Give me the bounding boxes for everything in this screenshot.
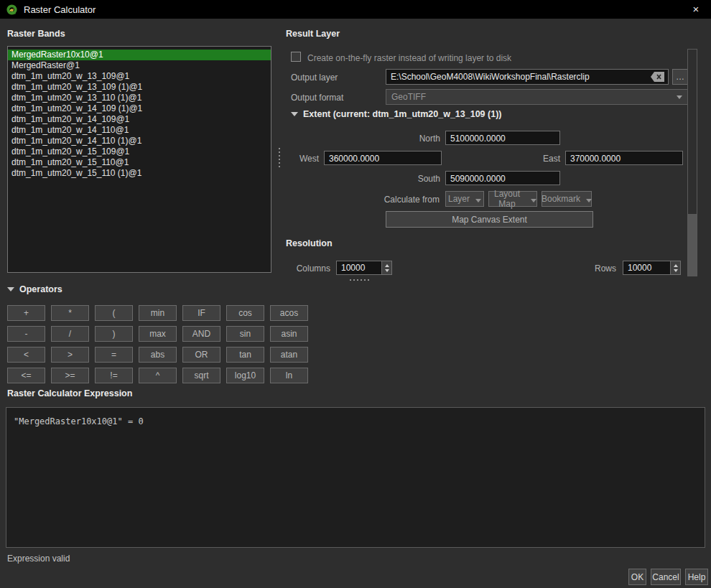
operators-group-header[interactable]: Operators — [7, 284, 62, 294]
operator-button[interactable]: acos — [270, 305, 308, 321]
chevron-down-icon — [531, 199, 536, 202]
south-label: South — [397, 174, 440, 184]
expression-status: Expression valid — [7, 554, 70, 564]
operator-button[interactable]: >= — [51, 368, 89, 383]
title-bar: Raster Calculator × — [0, 0, 711, 19]
operator-button[interactable]: = — [95, 347, 133, 363]
calc-from-layer-button[interactable]: Layer — [445, 191, 484, 207]
operator-button[interactable]: sqrt — [182, 368, 220, 383]
list-item[interactable]: dtm_1m_utm20_w_14_110 (1)@1 — [8, 136, 271, 146]
operator-button[interactable]: abs — [139, 347, 177, 363]
qgis-logo-icon — [6, 4, 18, 16]
spinner-arrows-icon[interactable] — [670, 261, 680, 274]
operator-button[interactable]: tan — [226, 347, 264, 363]
calc-from-bookmark-button[interactable]: Bookmark — [542, 191, 592, 207]
west-input[interactable]: 360000.0000 — [324, 151, 442, 165]
operator-button[interactable]: < — [7, 347, 45, 363]
output-format-label: Output format — [291, 93, 343, 103]
columns-stepper[interactable]: 10000 — [336, 261, 392, 275]
list-item[interactable]: dtm_1m_utm20_w_14_109 (1)@1 — [8, 103, 271, 114]
raster-calculator-dialog: Raster Calculator × Raster Bands MergedR… — [0, 0, 711, 588]
output-format-select[interactable]: GeoTIFF — [386, 89, 688, 105]
operator-button[interactable]: / — [51, 326, 89, 342]
rows-stepper[interactable]: 10000 — [623, 261, 681, 275]
list-item[interactable]: dtm_1m_utm20_w_15_109@1 — [8, 146, 271, 157]
chevron-down-icon — [586, 199, 592, 202]
horizontal-splitter-handle[interactable] — [350, 279, 369, 281]
operator-button[interactable]: * — [51, 305, 89, 321]
calc-from-layout-map-button[interactable]: Layout Map — [488, 191, 537, 207]
east-input[interactable]: 370000.0000 — [565, 151, 683, 165]
output-layer-label: Output layer — [291, 73, 338, 83]
vertical-scrollbar[interactable] — [687, 49, 697, 276]
map-canvas-extent-button[interactable]: Map Canvas Extent — [386, 211, 593, 228]
list-item[interactable]: MergedRaster10x10@1 — [8, 50, 271, 60]
expression-header: Raster Calculator Expression — [7, 388, 132, 398]
columns-label: Columns — [286, 263, 330, 274]
list-item[interactable]: dtm_1m_utm20_w_14_110@1 — [8, 125, 271, 136]
operator-button[interactable]: atan — [270, 347, 308, 363]
list-item[interactable]: dtm_1m_utm20_w_15_110@1 — [8, 157, 271, 168]
operator-button[interactable]: OR — [182, 347, 220, 363]
ok-button[interactable]: OK — [628, 569, 646, 585]
chevron-down-icon — [475, 199, 481, 202]
list-item[interactable]: MergedRaster@1 — [8, 60, 271, 71]
operator-button[interactable]: - — [7, 326, 45, 342]
collapse-triangle-icon — [7, 287, 14, 291]
collapse-triangle-icon — [291, 112, 298, 116]
operator-button[interactable]: log10 — [226, 368, 264, 383]
west-label: West — [277, 154, 319, 164]
calculate-from-label: Calculate from — [368, 195, 440, 205]
window-title: Raster Calculator — [24, 4, 96, 15]
operator-button[interactable]: ) — [95, 326, 133, 342]
operator-button[interactable]: AND — [182, 326, 220, 342]
list-item[interactable]: dtm_1m_utm20_w_15_110 (1)@1 — [8, 168, 271, 179]
operator-button[interactable]: ln — [270, 368, 308, 383]
chevron-down-icon — [677, 95, 682, 99]
operator-button[interactable]: + — [7, 305, 45, 321]
operator-button[interactable]: > — [51, 347, 89, 363]
operator-button[interactable]: asin — [270, 326, 308, 342]
operator-button[interactable]: cos — [226, 305, 264, 321]
extent-group-header[interactable]: Extent (current: dtm_1m_utm20_w_13_109 (… — [291, 109, 502, 119]
operator-button[interactable]: min — [139, 305, 177, 321]
operator-button[interactable]: ^ — [139, 368, 177, 383]
clear-text-icon[interactable] — [651, 72, 664, 82]
north-label: North — [397, 134, 440, 144]
north-input[interactable]: 5100000.0000 — [445, 131, 560, 145]
south-input[interactable]: 5090000.0000 — [445, 171, 560, 185]
on-the-fly-label: Create on-the-fly raster instead of writ… — [307, 53, 511, 63]
operator-button[interactable]: max — [139, 326, 177, 342]
operator-button[interactable]: != — [95, 368, 133, 383]
output-layer-input[interactable]: E:\School\GeoM4008\WikiWorkshopFinal\Ras… — [386, 69, 669, 85]
operator-button[interactable]: <= — [7, 368, 45, 383]
operator-button[interactable]: sin — [226, 326, 264, 342]
spinner-arrows-icon[interactable] — [381, 261, 391, 274]
help-button[interactable]: Help — [685, 569, 708, 585]
raster-bands-header: Raster Bands — [7, 29, 65, 39]
on-the-fly-checkbox[interactable] — [291, 52, 301, 62]
list-item[interactable]: dtm_1m_utm20_w_13_110 (1)@1 — [8, 93, 271, 103]
list-item[interactable]: dtm_1m_utm20_w_13_109 (1)@1 — [8, 82, 271, 93]
resolution-header: Resolution — [286, 238, 333, 248]
operator-button[interactable]: ( — [95, 305, 133, 321]
scrollbar-thumb[interactable] — [688, 214, 697, 276]
list-item[interactable]: dtm_1m_utm20_w_14_109@1 — [8, 114, 271, 125]
raster-bands-list[interactable]: MergedRaster10x10@1 MergedRaster@1 dtm_1… — [7, 46, 271, 273]
list-item[interactable]: dtm_1m_utm20_w_13_109@1 — [8, 71, 271, 82]
browse-button[interactable]: … — [672, 69, 688, 85]
rows-label: Rows — [580, 263, 616, 274]
close-icon[interactable]: × — [688, 2, 704, 17]
result-layer-header: Result Layer — [286, 29, 340, 39]
expression-editor[interactable]: "MergedRaster10x10@1" = 0 — [6, 407, 705, 548]
operator-button[interactable]: IF — [182, 305, 220, 321]
east-label: East — [521, 154, 560, 164]
cancel-button[interactable]: Cancel — [651, 569, 681, 585]
